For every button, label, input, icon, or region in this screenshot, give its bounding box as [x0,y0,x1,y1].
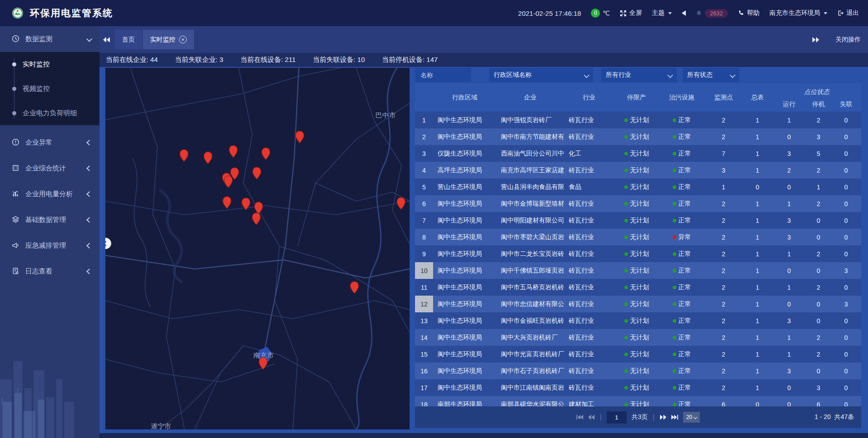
bullet-dot-icon [12,62,16,66]
column-header-行政区域[interactable]: 行政区域 [433,83,496,112]
sidebar-group-2[interactable]: 企业异常 [0,130,99,155]
map-pin-5[interactable] [295,131,304,143]
first-page-button[interactable] [576,414,583,420]
cell-limit-status: 无计划 [614,350,659,358]
chevron-left-icon [86,165,92,171]
sidebar-item-视频监控[interactable]: 视频监控 [0,76,99,101]
sub-column-header-失联[interactable]: 失联 [831,97,861,112]
theme-dropdown[interactable]: 主题 [652,9,672,17]
cell-monitor-count: 2 [704,367,743,375]
column-header-index[interactable] [415,83,433,112]
column-header-企业[interactable]: 企业 [496,83,564,112]
column-header-行业[interactable]: 行业 [564,83,614,112]
sidebar-group-1[interactable]: 数据监测 [0,26,99,52]
table-row[interactable]: 2阆中生态环境局阆中市南方节能建材有砖瓦行业无计划正常21030 [415,128,861,145]
page-size-select[interactable]: 20 [683,412,700,423]
column-header-停限产[interactable]: 停限产 [614,83,659,112]
industry-filter-select[interactable]: 所有行业 [601,68,677,82]
table-row[interactable]: 1阆中生态环境局阆中强锐页岩砖厂砖瓦行业无计划正常21120 [415,112,861,128]
table-row[interactable]: 11阆中生态环境局阆中市五马桥页岩机砖砖瓦行业无计划正常21120 [415,279,861,296]
cell-industry: 砖瓦行业 [564,384,614,392]
help-button[interactable]: 帮助 [738,9,760,17]
cell-facility-status: 正常 [659,150,704,158]
sub-column-header-运行[interactable]: 运行 [772,97,806,112]
cell-monitor-count: 2 [704,384,743,391]
sidebar-group-6[interactable]: 应急减排管理 [0,233,99,259]
status-text: 正常 [679,267,691,275]
page-number-input[interactable] [607,411,627,424]
status-filter-select[interactable]: 所有状态 [683,68,739,82]
table-row[interactable]: 3仪陇生态环境局西南油气田分公司川中化工无计划正常71350 [415,145,861,162]
table-row[interactable]: 16阆中生态环境局阆中市石子页岩机砖厂砖瓦行业无计划正常21300 [415,363,861,379]
cell-monitor-count: 3 [704,167,743,174]
map-pin-13[interactable] [252,212,261,225]
column-header-治污设施[interactable]: 治污设施 [659,83,704,112]
map-pin-16[interactable] [259,357,268,370]
chevron-down-icon [824,12,827,14]
stats-bar: 当前在线企业: 44当前失联企业: 3当前在线设备: 211当前失联设备: 10… [99,53,868,67]
cell-limit-status: 无计划 [614,283,659,292]
prev-page-button[interactable] [588,414,595,420]
sidebar-item-实时监控[interactable]: 实时监控 [0,52,99,76]
row-number: 8 [415,229,433,245]
tab-实时监控[interactable]: 实时监控✕ [143,30,194,49]
table-row[interactable]: 17阆中生态环境局阆中市江南镇阆南页岩砖瓦行业无计划正常21030 [415,379,861,396]
name-filter-input[interactable] [420,71,467,79]
cell-facility-status: 异常 [659,233,704,241]
table-row[interactable]: 14阆中生态环境局阆中大兴页岩机砖厂砖瓦行业无计划正常21120 [415,329,861,346]
name-filter[interactable] [415,68,471,82]
close-operations-button[interactable]: 关闭操作 [835,36,861,44]
column-header-总表[interactable]: 总表 [743,83,772,112]
table-row[interactable]: 10阆中生态环境局阆中千佛镇五郎垭页岩砖瓦行业无计划正常21003 [415,262,861,279]
tab-close-icon[interactable]: ✕ [179,36,187,43]
sidebar-group-7[interactable]: 日志查看 [0,259,99,284]
column-header-监测点[interactable]: 监测点 [704,83,743,112]
sidebar-group-5[interactable]: 基础数据管理 [0,207,99,233]
table-row[interactable]: 18南部生态环境局南部县砚华水泥有限公建材加工无计划正常60060 [415,396,861,406]
tab-首页[interactable]: 首页 [115,30,142,49]
map-pin-14[interactable] [396,197,406,210]
sidebar-item-企业电力负荷明细[interactable]: 企业电力负荷明细 [0,101,99,125]
map-pin-2[interactable] [203,151,212,164]
sidebar-group-3[interactable]: 企业综合统计 [0,155,99,181]
region-filter-select[interactable]: 行政区域名称 [489,68,593,82]
table-row[interactable]: 9阆中生态环境局阆中市二龙长宝页岩砖砖瓦行业无计划正常21120 [415,245,861,262]
table-row[interactable]: 12阆中生态环境局阆中市忠信建材有限公砖瓦行业无计划正常21003 [415,296,861,312]
map-pin-4[interactable] [261,147,270,160]
map-pin-9[interactable] [224,175,233,188]
cell-industry: 砖瓦行业 [564,217,614,225]
table-row[interactable]: 7阆中生态环境局阆中明阳建材有限公司砖瓦行业无计划正常21300 [415,212,861,229]
cell-company: 阆中大兴页岩机砖厂 [496,334,564,342]
sidebar-group-4[interactable]: 企业用电量分析 [0,181,99,207]
next-page-button[interactable] [660,414,666,420]
map-pin-1[interactable] [179,149,189,162]
map-panel[interactable]: 巴中市南充市遂宁市 [105,68,410,429]
notifications[interactable]: 2632 [696,9,728,18]
table-row[interactable]: 8阆中生态环境局阆中市枣碧大梁山页岩砖瓦行业无计划异常21300 [415,229,861,245]
table-row[interactable]: 13阆中生态环境局阆中市金福旺页岩机砖砖瓦行业无计划正常21300 [415,312,861,329]
map-pin-15[interactable] [350,281,359,294]
org-dropdown[interactable]: 南充市生态环境局 [769,9,827,17]
map-pin-3[interactable] [229,145,238,158]
map-pin-8[interactable] [252,167,261,179]
cell-limit-status: 无计划 [614,150,659,158]
tabs-scroll-left-icon[interactable] [103,37,110,42]
table-row[interactable]: 15阆中生态环境局阆中市光富页岩机砖厂砖瓦行业无计划正常21120 [415,346,861,363]
table-row[interactable]: 6阆中生态环境局阆中市金博瑞新型墙材砖瓦行业无计划正常21120 [415,195,861,212]
cell-facility-status: 正常 [659,384,704,392]
green-dot-icon [624,219,628,222]
green-dot-icon [624,118,628,122]
green-dot-icon [673,202,676,206]
tabs-scroll-right-icon[interactable] [812,37,819,42]
map-pin-11[interactable] [241,198,250,210]
fullscreen-button[interactable]: 全屏 [620,9,642,17]
last-page-button[interactable] [671,414,678,420]
table-row[interactable]: 5营山生态环境局营山县润丰肉食品有限食品无计划正常10010 [415,179,861,195]
sub-column-header-停机[interactable]: 停机 [806,97,831,112]
sound-toggle-icon[interactable] [682,10,686,16]
logout-button[interactable]: 退出 [837,9,859,17]
cell-offline-count: 0 [831,217,861,224]
table-row[interactable]: 4高坪生态环境局南充市高坪区王家店建砖瓦行业无计划正常31220 [415,162,861,179]
map-pin-10[interactable] [222,196,231,209]
cell-industry: 砖瓦行业 [564,250,614,258]
